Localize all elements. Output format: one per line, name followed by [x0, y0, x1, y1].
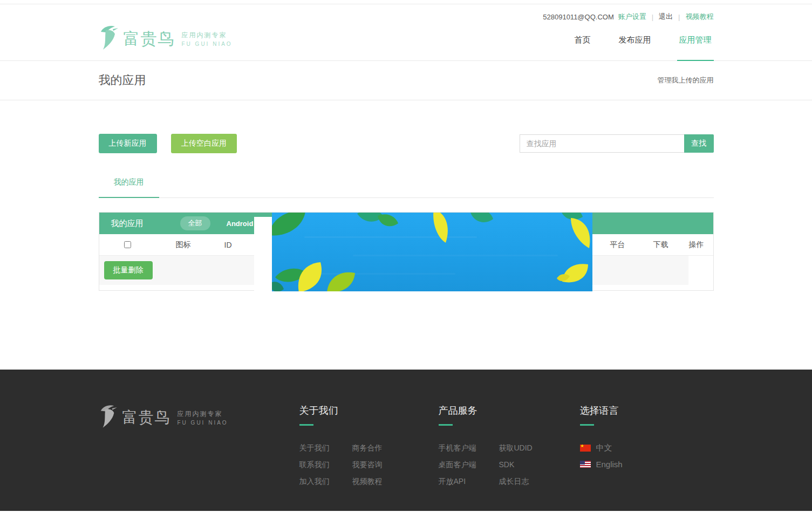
- green-dash: [439, 424, 453, 426]
- brand-name: 富贵鸟: [122, 407, 171, 428]
- nav-item-publish-app[interactable]: 发布应用: [617, 35, 653, 60]
- footer-link-get-udid[interactable]: 获取UDID: [499, 443, 533, 453]
- footer-link-video-tutorial[interactable]: 视频教程: [352, 476, 383, 486]
- toolbar: 上传新应用 上传空白应用 查找: [99, 134, 714, 153]
- separator: |: [652, 13, 653, 21]
- batch-delete-button[interactable]: 批量删除: [104, 261, 153, 279]
- green-dash: [299, 424, 313, 426]
- brand-logo[interactable]: 富贵鸟 应用内测专家 FU GUI NIAO: [99, 25, 233, 60]
- upload-blank-app-button[interactable]: 上传空白应用: [171, 134, 237, 153]
- upload-new-app-button[interactable]: 上传新应用: [99, 134, 157, 153]
- brand-name: 富贵鸟: [124, 28, 175, 50]
- language-label: 中文: [596, 443, 612, 453]
- titlebar: 我的应用 管理我上传的应用: [0, 61, 812, 100]
- bird-logo-icon: [99, 404, 117, 431]
- tabs: 我的应用: [99, 177, 714, 198]
- video-tutorial-link[interactable]: 视频教程: [686, 12, 714, 22]
- overlay-white-strip: [254, 217, 272, 292]
- green-dash: [580, 424, 594, 426]
- footer-section-about: 关于我们 关于我们 联系我们 加入我们 商务合作 我要咨询 视频教程: [299, 404, 439, 493]
- column-icon: 图标: [155, 240, 211, 250]
- language-option-chinese[interactable]: 中文: [580, 443, 623, 453]
- nav-item-app-management[interactable]: 应用管理: [677, 35, 714, 61]
- footer-language-title: 选择语言: [580, 404, 623, 417]
- footer-link-sdk[interactable]: SDK: [499, 460, 533, 469]
- page-subtitle: 管理我上传的应用: [658, 76, 714, 85]
- main-nav: 首页 发布应用 应用管理: [572, 35, 714, 60]
- footer: 富贵鸟 应用内测专家 FU GUI NIAO 关于我们 关于我们 联系我们 加入…: [0, 370, 812, 511]
- footer-link-contact-us[interactable]: 联系我们: [299, 460, 330, 469]
- footer-link-about-us[interactable]: 关于我们: [299, 443, 330, 453]
- select-all-checkbox[interactable]: [124, 241, 131, 248]
- footer-link-consult[interactable]: 我要咨询: [352, 460, 383, 469]
- footer-about-title: 关于我们: [299, 404, 439, 417]
- column-id: ID: [211, 241, 245, 249]
- footer-link-growth-log[interactable]: 成长日志: [499, 476, 533, 486]
- footer-products-title: 产品服务: [439, 404, 580, 417]
- footer-section-products: 产品服务 手机客户端 桌面客户端 开放API 获取UDID SDK 成长日志: [439, 404, 580, 493]
- footer-link-mobile-client[interactable]: 手机客户端: [439, 443, 476, 453]
- footer-link-open-api[interactable]: 开放API: [439, 476, 476, 486]
- filter-android[interactable]: Android: [227, 220, 254, 228]
- nav-item-home[interactable]: 首页: [572, 35, 593, 60]
- cn-flag-icon: [580, 445, 591, 452]
- header: 528091011@QQ.COM 账户设置 | 退出 | 视频教程 富贵鸟 应用…: [0, 4, 812, 61]
- brand-tagline: 应用内测专家: [182, 31, 233, 40]
- my-apps-panel: 我的应用 全部 Android 图标 ID 平台 下载 操作 批量删除: [99, 212, 714, 291]
- search-group: 查找: [520, 134, 714, 153]
- footer-link-join-us[interactable]: 加入我们: [299, 476, 330, 486]
- language-label: English: [596, 460, 623, 469]
- bird-logo-icon: [99, 25, 118, 53]
- brand-latin: FU GUI NIAO: [182, 41, 233, 47]
- content: 上传新应用 上传空白应用 查找 我的应用 我的应用 全部 Android 图标 …: [99, 134, 714, 291]
- footer-link-business-cooperation[interactable]: 商务合作: [352, 443, 383, 453]
- user-email: 528091011@QQ.COM: [543, 13, 613, 21]
- page-title: 我的应用: [99, 72, 146, 88]
- separator: |: [678, 13, 680, 21]
- search-button[interactable]: 查找: [684, 134, 714, 153]
- footer-brand-logo: 富贵鸟 应用内测专家 FU GUI NIAO: [99, 404, 299, 431]
- blue-leaves-image-overlay: [254, 213, 592, 292]
- footer-link-desktop-client[interactable]: 桌面客户端: [439, 460, 476, 469]
- account-bar: 528091011@QQ.COM 账户设置 | 退出 | 视频教程: [99, 4, 714, 21]
- footer-section-language: 选择语言 中文 English: [580, 404, 623, 475]
- brand-latin: FU GUI NIAO: [178, 420, 228, 426]
- us-flag-icon: [580, 461, 591, 468]
- page-top-divider: [0, 0, 812, 4]
- column-download: 下载: [642, 240, 680, 250]
- blue-leaves-image: [272, 213, 592, 291]
- search-input[interactable]: [520, 134, 684, 153]
- account-settings-link[interactable]: 账户设置: [618, 12, 646, 22]
- logout-link[interactable]: 退出: [659, 12, 673, 22]
- column-action: 操作: [680, 240, 713, 250]
- panel-title: 我的应用: [111, 219, 144, 229]
- filter-all[interactable]: 全部: [180, 216, 210, 230]
- tab-my-apps[interactable]: 我的应用: [99, 178, 159, 198]
- language-option-english[interactable]: English: [580, 460, 623, 469]
- column-platform: 平台: [593, 240, 642, 250]
- brand-tagline: 应用内测专家: [178, 409, 228, 419]
